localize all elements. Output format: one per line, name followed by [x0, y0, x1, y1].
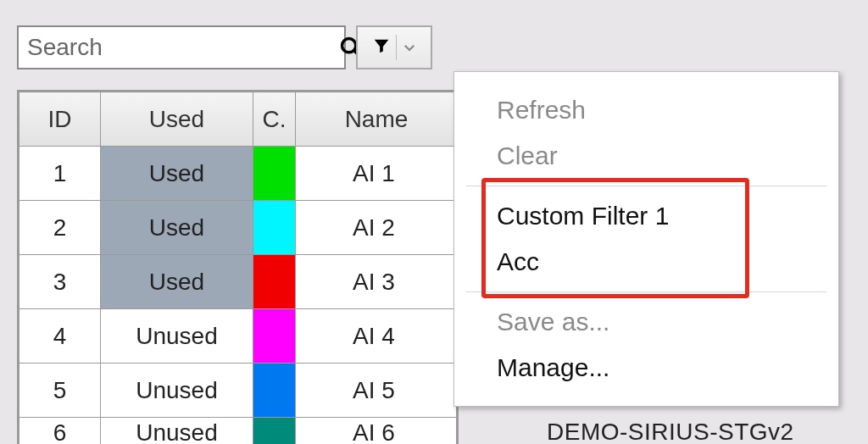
- cell-used[interactable]: Used: [101, 255, 253, 309]
- menu-manage[interactable]: Manage...: [454, 345, 838, 391]
- cell-used[interactable]: Used: [101, 201, 253, 255]
- cell-name[interactable]: AI 6: [296, 418, 457, 445]
- cell-name[interactable]: AI 5: [296, 364, 457, 418]
- col-header-name[interactable]: Name: [296, 92, 457, 147]
- cell-color-swatch[interactable]: [253, 255, 296, 309]
- cell-color-swatch[interactable]: [253, 309, 296, 364]
- table-row[interactable]: 3UsedAI 3: [19, 255, 457, 309]
- cell-color-swatch[interactable]: [253, 418, 296, 445]
- toolbar: [17, 25, 432, 69]
- channel-table: ID Used C. Name 1UsedAI 12UsedAI 23UsedA…: [17, 90, 459, 444]
- cell-id: 1: [19, 147, 101, 201]
- menu-clear[interactable]: Clear: [454, 133, 838, 179]
- table-row[interactable]: 1UsedAI 1: [19, 147, 457, 201]
- svg-point-0: [342, 39, 356, 53]
- search-box[interactable]: [17, 25, 346, 69]
- separator: [396, 35, 397, 60]
- cell-name[interactable]: AI 4: [296, 309, 457, 364]
- chevron-down-icon: [402, 35, 417, 61]
- table-row[interactable]: 2UsedAI 2: [19, 201, 457, 255]
- col-header-id[interactable]: ID: [19, 92, 101, 147]
- cell-used[interactable]: Used: [101, 147, 253, 201]
- cell-id: 4: [19, 309, 101, 364]
- table-row[interactable]: 4UnusedAI 4: [19, 309, 457, 364]
- col-header-color[interactable]: C.: [253, 92, 296, 147]
- cell-name[interactable]: AI 3: [296, 255, 457, 309]
- cell-used[interactable]: Unused: [101, 364, 253, 418]
- table-header-row: ID Used C. Name: [19, 92, 457, 147]
- menu-separator: [466, 291, 826, 292]
- cell-id: 3: [19, 255, 101, 309]
- cell-name[interactable]: AI 2: [296, 201, 457, 255]
- search-input[interactable]: [19, 34, 339, 61]
- cell-color-swatch[interactable]: [253, 364, 296, 418]
- cell-id: 2: [19, 201, 101, 255]
- menu-custom-filter-acc[interactable]: Acc: [454, 239, 838, 285]
- funnel-icon: [372, 35, 391, 61]
- cell-id: 6: [19, 418, 101, 445]
- menu-save-as[interactable]: Save as...: [454, 299, 838, 345]
- menu-refresh[interactable]: Refresh: [454, 87, 838, 133]
- cell-color-swatch[interactable]: [253, 201, 296, 255]
- cell-used[interactable]: Unused: [101, 309, 253, 364]
- col-header-used[interactable]: Used: [101, 92, 253, 147]
- cell-id: 5: [19, 364, 101, 418]
- filter-dropdown-button[interactable]: [356, 25, 432, 69]
- menu-separator: [466, 186, 826, 186]
- cell-used[interactable]: Unused: [101, 418, 253, 445]
- cell-color-swatch[interactable]: [253, 147, 296, 201]
- menu-custom-filter-1[interactable]: Custom Filter 1: [454, 193, 838, 239]
- table-row[interactable]: 6UnusedAI 6: [19, 418, 457, 445]
- device-name-fragment: DEMO-SIRIUS-STGv2: [547, 419, 794, 444]
- table-row[interactable]: 5UnusedAI 5: [19, 364, 457, 418]
- cell-name[interactable]: AI 1: [296, 147, 457, 201]
- filter-menu: Refresh Clear Custom Filter 1 Acc Save a…: [453, 71, 839, 407]
